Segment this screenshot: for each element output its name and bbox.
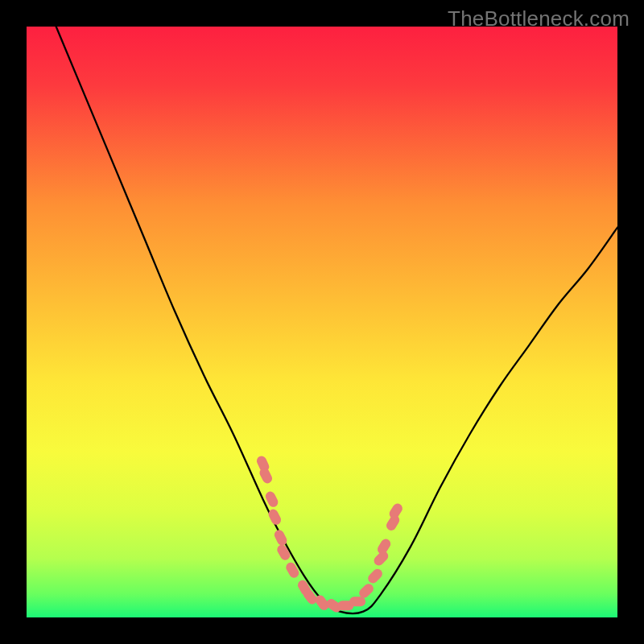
gradient-background <box>27 27 617 617</box>
marker-pill <box>349 597 365 606</box>
highlight-marker <box>349 597 365 606</box>
chart-outer-frame: TheBottleneck.com <box>0 0 644 644</box>
chart-plot-area <box>27 27 617 617</box>
chart-svg <box>27 27 617 617</box>
watermark-text: TheBottleneck.com <box>448 6 630 31</box>
